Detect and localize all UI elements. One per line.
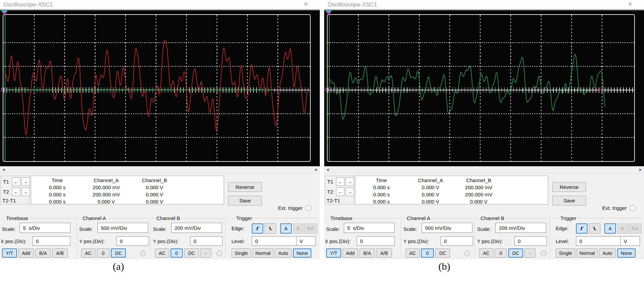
channel-b-zero-button[interactable]: 0	[495, 248, 507, 258]
channel-b-dc-button[interactable]: DC	[184, 248, 199, 258]
channel-a-zero-button[interactable]: 0	[421, 248, 434, 258]
ab-mode-button[interactable]: A/B	[376, 248, 392, 258]
t2-left-button[interactable]: ←	[12, 188, 20, 196]
t2-left-button[interactable]: ←	[336, 188, 345, 196]
t2-label: T2	[3, 189, 9, 195]
channel-a-group-label: Channel A	[405, 215, 431, 221]
trigger-source-a-button[interactable]: A	[280, 223, 292, 234]
channel-b-scale-field[interactable]: 200 mV/Div	[495, 223, 546, 233]
timebase-scale-field[interactable]: 5 s/Div	[20, 223, 70, 233]
t1-right-button[interactable]: →	[21, 177, 30, 186]
trigger-single-button[interactable]: Single	[556, 248, 575, 258]
window-title: Oscilloscope-XSC1	[328, 1, 377, 8]
rising-edge-button[interactable]	[576, 223, 587, 234]
timebase-scale-label: Scale:	[326, 226, 340, 232]
channel-a-scale-label: Scale:	[79, 226, 93, 232]
add-mode-button[interactable]: Add	[18, 248, 34, 258]
t1-left-button[interactable]: ←	[336, 177, 345, 186]
channel-a-zero-button[interactable]: 0	[97, 248, 110, 258]
close-icon[interactable]: ✕	[628, 1, 632, 8]
timebase-xpos-field[interactable]: 0	[357, 236, 395, 246]
t2-right-button[interactable]: →	[21, 188, 30, 196]
trigger-auto-button[interactable]: Auto	[599, 248, 616, 258]
channel-b-ac-button[interactable]: AC	[155, 248, 169, 258]
group-separator	[474, 215, 475, 258]
scope-grid	[3, 14, 311, 162]
channel-position-marker-icon[interactable]	[325, 87, 330, 92]
ext-trigger-connector[interactable]	[630, 205, 636, 211]
channel-a-ac-button[interactable]: AC	[81, 248, 95, 258]
channel-b-scale-label: Scale:	[477, 226, 491, 232]
ext-trigger-connector[interactable]	[306, 205, 311, 211]
save-button[interactable]: Save	[552, 196, 586, 205]
channel-position-marker-icon[interactable]	[1, 87, 5, 92]
channel-a-dc-button[interactable]: DC	[111, 248, 126, 258]
timebase-xpos-label: X pos.(Div):	[325, 239, 351, 244]
channel-b-ac-button[interactable]: AC	[479, 248, 493, 258]
close-icon[interactable]: ✕	[304, 1, 308, 8]
timebase-scale-label: Scale:	[2, 226, 16, 232]
scroll-left-icon[interactable]: <	[325, 167, 331, 173]
channel-a-waveform	[3, 15, 310, 161]
reverse-button[interactable]: Reverse	[228, 182, 262, 192]
scope-grid	[327, 14, 635, 162]
trigger-level-field[interactable]: 0	[576, 236, 621, 246]
group-separator	[401, 215, 401, 258]
display-scrollbar[interactable]: < >	[0, 166, 320, 173]
channel-b-ypos-field[interactable]: 0	[514, 236, 547, 246]
ext-trigger-label: Ext. trigger	[602, 205, 627, 211]
channel-a-ypos-field[interactable]: 0	[116, 236, 149, 246]
readout-header-cha: Channel_A	[83, 177, 130, 183]
dt-time: 0.000 s	[356, 199, 407, 204]
trigger-source-ext-button[interactable]: Ext	[628, 223, 642, 234]
channel-a-ac-button[interactable]: AC	[405, 248, 420, 258]
timebase-xpos-field[interactable]: 0	[32, 236, 70, 246]
falling-edge-button[interactable]	[265, 223, 276, 234]
t1-time: 0.000 s	[32, 184, 83, 190]
trigger-edge-label: Edge:	[556, 226, 569, 231]
display-scrollbar[interactable]: < >	[324, 166, 644, 173]
ba-mode-button[interactable]: B/A	[35, 248, 51, 258]
trigger-auto-button[interactable]: Auto	[275, 248, 292, 258]
trigger-none-button[interactable]: None	[293, 248, 311, 258]
yt-mode-button[interactable]: Y/T	[326, 248, 341, 258]
channel-b-dc-button[interactable]: DC	[508, 248, 523, 258]
trigger-source-a-button[interactable]: A	[604, 223, 616, 234]
channel-b-minus-button[interactable]: -	[525, 248, 535, 258]
channel-a-scale-field[interactable]: 500 mV/Div	[97, 223, 148, 233]
yt-mode-button[interactable]: Y/T	[2, 248, 17, 258]
trigger-normal-button[interactable]: Normal	[252, 248, 273, 258]
trigger-source-ext-button[interactable]: Ext	[304, 223, 317, 234]
channel-b-ypos-field[interactable]: 0	[190, 236, 223, 246]
trigger-single-button[interactable]: Single	[231, 248, 251, 258]
trigger-source-b-button[interactable]: B	[293, 223, 303, 234]
timebase-scale-field[interactable]: 5 s/Div	[344, 223, 395, 233]
channel-b-scale-field[interactable]: 200 mV/Div	[171, 223, 222, 233]
scroll-right-icon[interactable]: >	[637, 167, 643, 173]
scroll-right-icon[interactable]: >	[313, 167, 319, 173]
rising-edge-button[interactable]	[252, 223, 263, 234]
channel-a-connector	[140, 251, 146, 256]
cursor-panel: T1 ← → T2 ← → T2-T1	[325, 176, 354, 204]
save-button[interactable]: Save	[228, 196, 262, 205]
trigger-none-button[interactable]: None	[617, 248, 636, 258]
falling-edge-button[interactable]	[589, 223, 600, 234]
add-mode-button[interactable]: Add	[342, 248, 358, 258]
channel-a-ypos-field[interactable]: 0	[441, 236, 473, 246]
channel-b-zero-button[interactable]: 0	[171, 248, 183, 258]
t1-left-button[interactable]: ←	[12, 177, 20, 186]
readout-header-cha: Channel_A	[407, 177, 454, 183]
trigger-source-b-button[interactable]: B	[617, 223, 627, 234]
scroll-left-icon[interactable]: <	[1, 167, 7, 173]
t2-right-button[interactable]: →	[346, 188, 354, 196]
ab-mode-button[interactable]: A/B	[52, 248, 68, 258]
ba-mode-button[interactable]: B/A	[359, 248, 375, 258]
channel-a-dc-button[interactable]: DC	[435, 248, 450, 258]
t1-right-button[interactable]: →	[346, 177, 354, 186]
titlebar: Oscilloscope-XSC1 ✕	[0, 0, 320, 9]
reverse-button[interactable]: Reverse	[552, 182, 586, 192]
channel-b-minus-button[interactable]: -	[200, 248, 211, 258]
trigger-level-field[interactable]: 0	[252, 236, 296, 246]
channel-a-scale-field[interactable]: 500 mV/Div	[422, 223, 472, 233]
trigger-normal-button[interactable]: Normal	[577, 248, 598, 258]
